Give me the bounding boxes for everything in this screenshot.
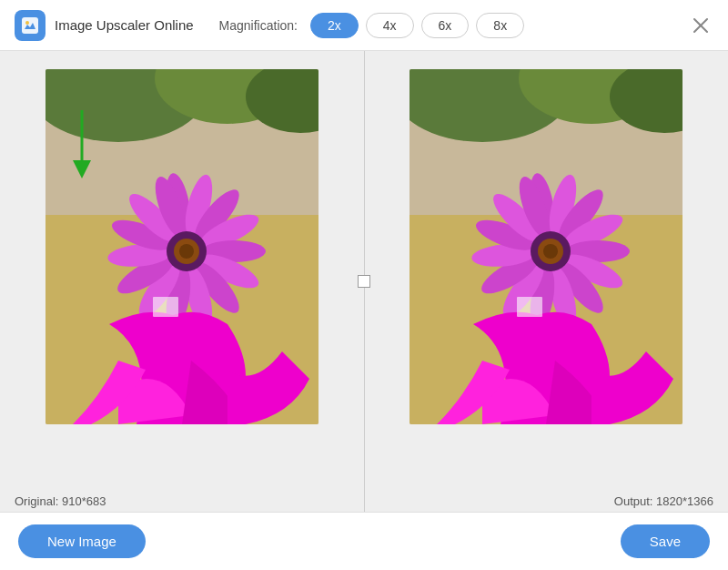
mag-2x-button[interactable]: 2x <box>310 13 359 38</box>
magnification-buttons: 2x 4x 6x 8x <box>310 13 524 38</box>
app-icon <box>15 10 46 41</box>
app-title: Image Upscaler Online <box>55 17 194 33</box>
svg-rect-0 <box>22 17 38 34</box>
svg-point-1 <box>25 21 29 25</box>
mag-8x-button[interactable]: 8x <box>476 13 524 38</box>
svg-rect-59 <box>517 297 542 317</box>
mag-4x-button[interactable]: 4x <box>366 13 414 38</box>
mag-6x-button[interactable]: 6x <box>421 13 470 38</box>
original-image <box>46 69 318 424</box>
original-label: Original: 910*683 <box>15 494 106 508</box>
output-label: Output: 1820*1366 <box>614 494 713 508</box>
new-image-button[interactable]: New Image <box>18 524 146 558</box>
magnification-label: Magnification: <box>219 18 298 33</box>
bottom-bar: New Image Save <box>0 512 728 570</box>
close-button[interactable] <box>688 13 713 38</box>
original-panel <box>0 51 364 512</box>
svg-rect-32 <box>153 297 178 317</box>
output-image <box>410 69 682 424</box>
svg-point-58 <box>543 244 558 259</box>
save-button[interactable]: Save <box>621 524 710 558</box>
svg-point-31 <box>179 244 194 259</box>
output-panel <box>365 51 729 512</box>
app-header: Image Upscaler Online Magnification: 2x … <box>0 0 728 51</box>
